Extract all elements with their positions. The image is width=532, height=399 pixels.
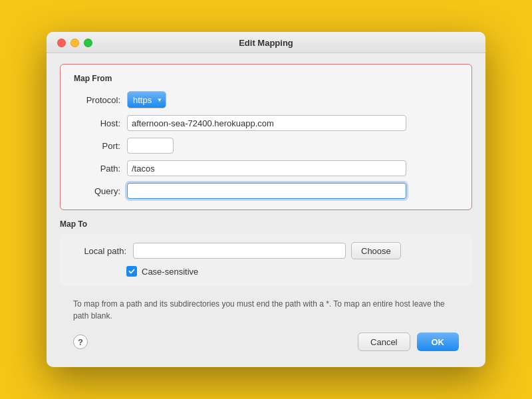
protocol-select[interactable]: https http ws wss: [127, 91, 166, 108]
map-from-section: Map From Protocol: https http ws wss Hos…: [60, 64, 472, 210]
checkmark-icon: [128, 268, 135, 275]
port-input[interactable]: [127, 138, 174, 154]
action-buttons: Cancel OK: [358, 332, 459, 351]
close-button[interactable]: [57, 39, 66, 47]
port-label: Port:: [74, 141, 120, 151]
path-input[interactable]: [127, 160, 406, 176]
host-row: Host:: [74, 115, 458, 131]
cancel-button[interactable]: Cancel: [358, 332, 410, 351]
map-to-section: Map To Local path: Choose Case-sensitive: [60, 219, 472, 286]
case-sensitive-label: Case-sensitive: [142, 267, 198, 277]
protocol-label: Protocol:: [74, 95, 120, 105]
ok-button[interactable]: OK: [417, 332, 460, 351]
query-row: Query:: [74, 183, 458, 199]
case-sensitive-checkbox[interactable]: [126, 266, 137, 277]
window-title: Edit Mapping: [239, 38, 293, 48]
title-bar: Edit Mapping: [47, 32, 485, 53]
edit-mapping-window: Edit Mapping Map From Protocol: https ht…: [47, 32, 485, 367]
bottom-bar: ? Cancel OK: [60, 330, 472, 354]
local-path-input[interactable]: [133, 243, 346, 259]
map-to-label: Map To: [60, 219, 472, 229]
local-path-row: Local path: Choose: [73, 242, 459, 259]
minimize-button[interactable]: [70, 39, 79, 47]
traffic-lights: [57, 39, 92, 47]
window-body: Map From Protocol: https http ws wss Hos…: [47, 53, 485, 367]
host-label: Host:: [74, 118, 120, 128]
query-label: Query:: [74, 186, 120, 196]
protocol-row: Protocol: https http ws wss: [74, 91, 458, 108]
port-row: Port:: [74, 138, 458, 154]
map-to-inner: Local path: Choose Case-sensitive: [60, 234, 472, 286]
protocol-select-wrapper: https http ws wss: [127, 91, 166, 108]
case-sensitive-row: Case-sensitive: [126, 266, 459, 277]
choose-button[interactable]: Choose: [351, 242, 401, 259]
help-text: To map from a path and its subdirectorie…: [60, 294, 472, 330]
help-button[interactable]: ?: [73, 334, 88, 349]
host-input[interactable]: [127, 115, 406, 131]
maximize-button[interactable]: [84, 39, 92, 47]
query-input[interactable]: [127, 183, 406, 199]
local-path-label: Local path:: [73, 246, 126, 256]
map-from-label: Map From: [74, 74, 458, 83]
path-row: Path:: [74, 160, 458, 176]
path-label: Path:: [74, 164, 120, 174]
